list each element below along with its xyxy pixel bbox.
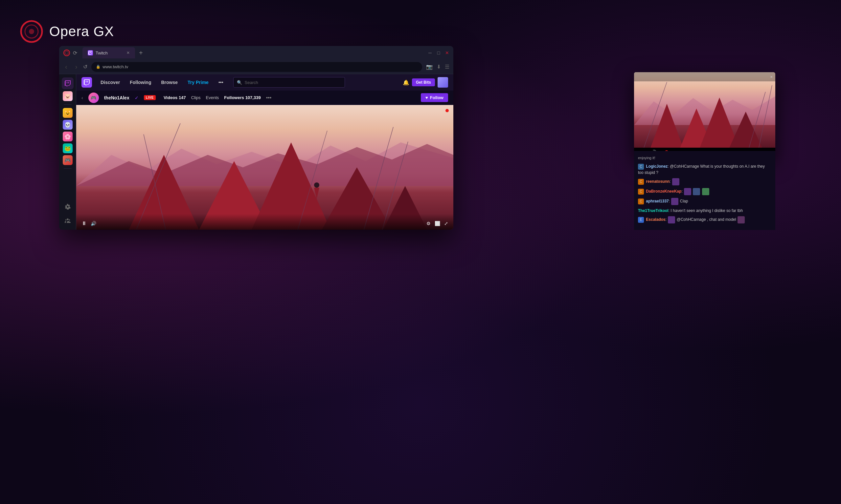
menu-icon[interactable]: ☰ [445,64,449,70]
follow-button[interactable]: ♥ Follow [421,93,448,102]
opera-small-icon [63,49,70,56]
nav-try-prime[interactable]: Try Prime [184,78,212,87]
svg-point-17 [314,182,319,188]
lock-icon: 🔒 [96,65,101,69]
svg-point-4 [65,51,68,54]
left-sidebar: 🐷 😺 💀 🌸 🐸 🎮 [59,74,76,230]
sidebar-avatar-5[interactable]: 🐸 [63,143,73,153]
chat-message-4: C DaBronzeKneeKap: [638,188,771,195]
svg-line-24 [644,82,667,148]
sidebar-avatar-1[interactable]: 🐷 [63,91,73,101]
opera-icon [20,20,44,43]
sidebar-item-users[interactable] [62,215,73,227]
svg-point-2 [29,29,34,34]
sidebar-divider-2 [64,168,72,169]
minimize-button[interactable]: ─ [428,51,432,55]
floating-player: ✕ ▶ ⏭ 🔊 0:37 / 7:03 [634,72,775,157]
sidebar-avatar-4[interactable]: 🌸 [63,131,73,141]
refresh-button[interactable]: ↺ [83,64,87,70]
chat-message-2: C LogicJonez: @CohHCarnage What is your … [638,163,771,176]
video-settings-button[interactable]: ⚙ [426,221,431,226]
channel-bar: ‹ 🎮 theNo1Alex ✓ LIVE Videos 147 Clips E… [76,91,453,105]
svg-marker-18 [314,188,319,199]
maximize-button[interactable]: □ [436,51,441,55]
twitch-favicon [88,50,93,55]
sidebar-divider-1 [64,104,72,105]
tab-area: Twitch ✕ + [83,47,425,58]
search-placeholder: Search [245,80,258,85]
new-tab-button[interactable]: + [136,48,145,58]
search-bar[interactable]: 🔍 Search [233,77,345,88]
title-bar: ⟳ Twitch ✕ + ─ □ ✕ [59,46,453,60]
get-bits-button[interactable]: Get Bits [412,78,435,86]
followers-stat: Followers 107,339 [224,95,260,100]
svg-line-25 [759,85,772,148]
chat-message-6: The1TrueTrikool: I haven't seen anything… [638,208,771,214]
scene [76,105,453,230]
play-pause-button[interactable]: ⏸ [82,220,87,227]
svg-point-3 [64,50,70,56]
nav-following[interactable]: Following [126,78,155,87]
chat-message-7: E Escalados: @CohHCarnage , chat and mod… [638,216,771,223]
channel-more-button[interactable]: ••• [266,95,272,101]
chat-section: enjoying it! C LogicJonez: @CohHCarnage … [634,151,775,230]
sidebar-avatar-3[interactable]: 💀 [63,120,73,130]
download-icon[interactable]: ⬇ [436,64,441,70]
theatre-mode-button[interactable]: ⬜ [435,221,440,226]
channel-stats: Videos 147 Clips Events Followers 107,33… [164,95,261,100]
twitch-tab[interactable]: Twitch ✕ [83,47,135,58]
fullscreen-button[interactable]: ⤢ [444,221,448,226]
chat-message-5: C aphrael1337: Clap [638,198,771,205]
nav-more[interactable]: ••• [214,78,227,87]
channel-avatar: 🎮 [88,92,99,103]
sidebar-item-twitch[interactable] [62,77,73,89]
heart-icon: ♥ [425,95,428,100]
floating-close-button[interactable]: ✕ [770,75,773,79]
search-icon: 🔍 [237,80,242,85]
twitch-nav: Discover Following Browse Try Prime ••• … [76,74,453,91]
browser-window: ⟳ Twitch ✕ + ─ □ ✕ ‹ › ↺ [59,46,453,230]
floating-player-header: ✕ [634,72,775,82]
chat-message-1: enjoying it! [638,155,771,161]
forward-button[interactable]: › [73,62,80,72]
video-player[interactable]: ⏸ 🔊 ⚙ ⬜ ⤢ [76,105,453,230]
sidebar-avatar-2[interactable]: 😺 [63,108,73,118]
chat-message-3: C reenatosunn: [638,178,771,185]
clips-stat: Clips [191,95,201,100]
video-controls: ⏸ 🔊 ⚙ ⬜ ⤢ [76,214,453,230]
live-badge: LIVE [144,95,156,100]
twitch-logo[interactable] [82,77,92,88]
back-button[interactable]: ‹ [63,62,69,72]
tab-history-icon[interactable]: ⟳ [73,50,77,56]
svg-line-26 [749,92,766,148]
address-actions: 📷 ⬇ ☰ [426,64,449,70]
nav-actions: 🔔 Get Bits [403,77,448,88]
browser-body: 🐷 😺 💀 🌸 🐸 🎮 [59,74,453,230]
nav-browse[interactable]: Browse [157,78,182,87]
notifications-icon[interactable]: 🔔 [403,79,409,86]
nav-discover[interactable]: Discover [97,78,124,87]
url-text: www.twitch.tv [103,64,128,69]
tab-close-button[interactable]: ✕ [126,51,130,55]
camera-icon[interactable]: 📷 [426,64,433,70]
events-stat: Events [206,95,219,100]
video-background [76,105,453,230]
videos-stat: Videos 147 [164,95,186,100]
address-bar: ‹ › ↺ 🔒 www.twitch.tv 📷 ⬇ ☰ [59,60,453,74]
app-title: Opera GX [49,24,114,39]
browser-sidebar-icons: ⟳ [63,49,77,56]
volume-button[interactable]: 🔊 [91,221,96,226]
verified-icon: ✓ [135,95,139,101]
sidebar-item-settings[interactable] [62,201,73,213]
url-bar[interactable]: 🔒 www.twitch.tv [91,62,422,72]
main-content: Discover Following Browse Try Prime ••• … [76,74,453,230]
user-avatar[interactable] [437,77,448,88]
channel-name: theNo1Alex [104,95,130,101]
opera-logo: Opera GX [20,20,114,43]
tab-label: Twitch [96,51,108,55]
sidebar-avatar-6[interactable]: 🎮 [63,155,73,165]
close-button[interactable]: ✕ [445,51,449,55]
channel-back-button[interactable]: ‹ [82,95,83,101]
floating-video: ✕ [634,72,775,148]
record-indicator [445,109,449,112]
